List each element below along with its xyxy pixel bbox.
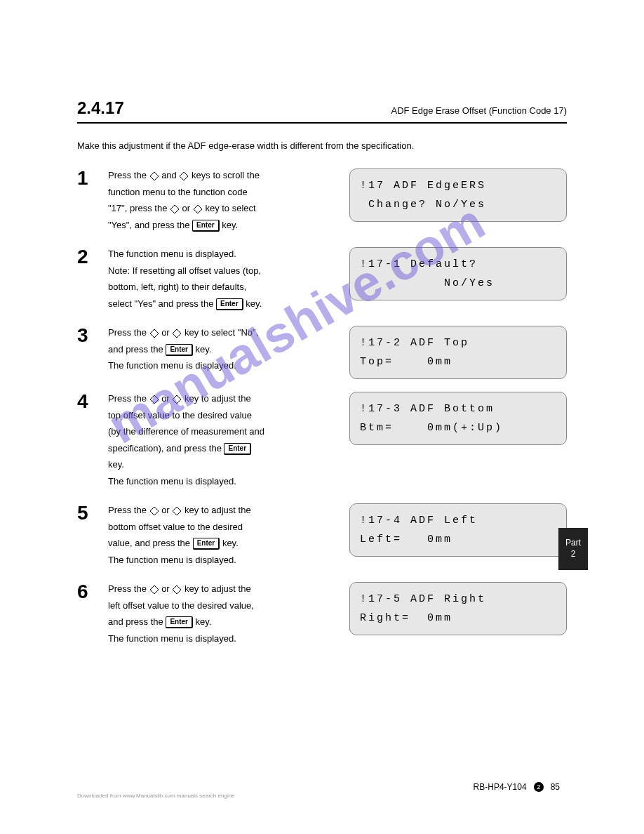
- step-line: The function menu is displayed.: [108, 247, 340, 261]
- svg-marker-5: [173, 329, 181, 338]
- step-line: bottom offset value to the desired: [108, 520, 340, 534]
- step-number: 3: [77, 326, 98, 345]
- svg-marker-10: [150, 585, 159, 594]
- fine-print: Downloaded from www.Manualslib.com manua…: [77, 793, 235, 799]
- lcd-screen: !17-2 ADF Top Top= 0mm: [349, 326, 567, 379]
- step-line: select "Yes" and press the Enter key.: [108, 297, 340, 311]
- step-text: The function menu is displayed.Note: If …: [108, 247, 340, 313]
- step-number: 4: [77, 392, 98, 411]
- side-tab: Part 2: [558, 528, 588, 570]
- step-display: !17-1 Default? No/Yes: [349, 247, 567, 300]
- step-line: The function menu is displayed.: [108, 475, 340, 489]
- step-display: !17-2 ADF Top Top= 0mm: [349, 326, 567, 379]
- enter-key-icon: Enter: [166, 616, 193, 628]
- step-display: !17 ADF EdgeERS Change? No/Yes: [349, 168, 567, 222]
- svg-marker-0: [150, 172, 159, 180]
- enter-key-icon: Enter: [166, 344, 193, 356]
- step-text: Press the or key to select "No",and pres…: [108, 326, 340, 376]
- lcd-screen: !17-4 ADF Left Left= 0mm: [349, 503, 567, 557]
- intro-text: Make this adjustment if the ADF edge-era…: [77, 140, 567, 151]
- diamond-key-icon: [172, 395, 182, 404]
- step-text: Press the or key to adjust theleft offse…: [108, 582, 340, 648]
- enter-key-icon: Enter: [224, 443, 251, 455]
- step-number: 1: [77, 168, 98, 188]
- diamond-key-icon: [170, 204, 180, 214]
- side-tab-label: Part: [558, 538, 588, 549]
- step-number: 5: [77, 503, 98, 523]
- step-line: top offset value to the desired value: [108, 409, 340, 423]
- step-line: The function menu is displayed.: [108, 359, 340, 373]
- diamond-key-icon: [149, 171, 159, 181]
- step-line: and press the Enter key.: [108, 615, 340, 629]
- step-line: specification), and press the Enter: [108, 442, 340, 456]
- step-line: and press the Enter key.: [108, 343, 340, 357]
- lcd-screen: !17-3 ADF Bottom Btm= 0mm(+:Up): [349, 392, 567, 445]
- enter-key-icon: Enter: [193, 538, 220, 550]
- step-text: Press the and keys to scroll thefunction…: [108, 168, 340, 234]
- diamond-key-icon: [172, 585, 182, 595]
- step-line: The function menu is displayed.: [108, 553, 340, 567]
- diamond-key-icon: [172, 329, 182, 338]
- step-line: Press the or key to adjust the: [108, 392, 340, 406]
- step-text: Press the or key to adjust thetop offset…: [108, 392, 340, 491]
- step-row: 6Press the or key to adjust theleft offs…: [77, 582, 567, 648]
- footer: RB-HP4-Y104 2 85: [474, 782, 560, 792]
- step-line: left offset value to the desired value,: [108, 599, 340, 613]
- page-section-dot: 2: [534, 782, 544, 792]
- diamond-key-icon: [149, 329, 159, 338]
- step-number: 2: [77, 247, 98, 267]
- step-line: bottom, left, right) to their defaults,: [108, 280, 340, 294]
- step-line: Press the and keys to scroll the: [108, 168, 340, 183]
- step-display: !17-3 ADF Bottom Btm= 0mm(+:Up): [349, 392, 567, 445]
- steps-container: 1Press the and keys to scroll thefunctio…: [77, 168, 567, 661]
- step-line: (by the difference of measurement and: [108, 425, 340, 439]
- svg-marker-4: [150, 329, 159, 338]
- step-row: 3Press the or key to select "No",and pre…: [77, 326, 567, 379]
- footer-code: RB-HP4-Y104: [474, 782, 527, 792]
- step-line: value, and press the Enter key.: [108, 536, 340, 550]
- lcd-screen: !17-1 Default? No/Yes: [349, 247, 567, 300]
- step-line: Press the or key to adjust the: [108, 582, 340, 596]
- step-line: key.: [108, 458, 340, 472]
- section-number: 2.4.17: [77, 98, 124, 118]
- svg-marker-3: [194, 205, 202, 213]
- svg-marker-8: [150, 507, 159, 515]
- step-line: function menu to the function code: [108, 185, 340, 199]
- svg-marker-7: [173, 395, 181, 404]
- diamond-key-icon: [149, 395, 159, 404]
- enter-key-icon: Enter: [192, 220, 220, 232]
- svg-marker-2: [170, 205, 179, 213]
- diamond-key-icon: [149, 506, 159, 516]
- step-line: "17", press the or key to select: [108, 201, 340, 216]
- diamond-key-icon: [172, 506, 182, 516]
- diamond-key-icon: [149, 585, 159, 595]
- step-line: Press the or key to adjust the: [108, 503, 340, 517]
- step-line: "Yes", and press the Enter key.: [108, 218, 340, 232]
- step-row: 5Press the or key to adjust thebottom of…: [77, 503, 567, 569]
- page-header: 2.4.17 ADF Edge Erase Offset (Function C…: [77, 98, 567, 124]
- svg-marker-9: [173, 507, 181, 515]
- step-row: 1Press the and keys to scroll thefunctio…: [77, 168, 567, 234]
- step-row: 2The function menu is displayed.Note: If…: [77, 247, 567, 313]
- step-number: 6: [77, 582, 98, 602]
- lcd-screen: !17-5 ADF Right Right= 0mm: [349, 582, 567, 635]
- svg-marker-11: [173, 585, 181, 594]
- step-line: Press the or key to select "No",: [108, 326, 340, 340]
- svg-marker-6: [150, 395, 159, 404]
- step-row: 4Press the or key to adjust thetop offse…: [77, 392, 567, 491]
- step-line: Note: If resetting all offset values (to…: [108, 264, 340, 278]
- step-display: !17-5 ADF Right Right= 0mm: [349, 582, 567, 635]
- side-tab-number: 2: [558, 549, 588, 560]
- lcd-screen: !17 ADF EdgeERS Change? No/Yes: [349, 168, 567, 222]
- diamond-key-icon: [179, 171, 189, 181]
- enter-key-icon: Enter: [216, 298, 243, 310]
- svg-marker-1: [180, 172, 188, 180]
- step-text: Press the or key to adjust thebottom off…: [108, 503, 340, 569]
- page-number: 85: [551, 782, 560, 792]
- step-display: !17-4 ADF Left Left= 0mm: [349, 503, 567, 557]
- step-line: The function menu is displayed.: [108, 632, 340, 646]
- diamond-key-icon: [193, 204, 203, 214]
- section-title: ADF Edge Erase Offset (Function Code 17): [391, 105, 568, 116]
